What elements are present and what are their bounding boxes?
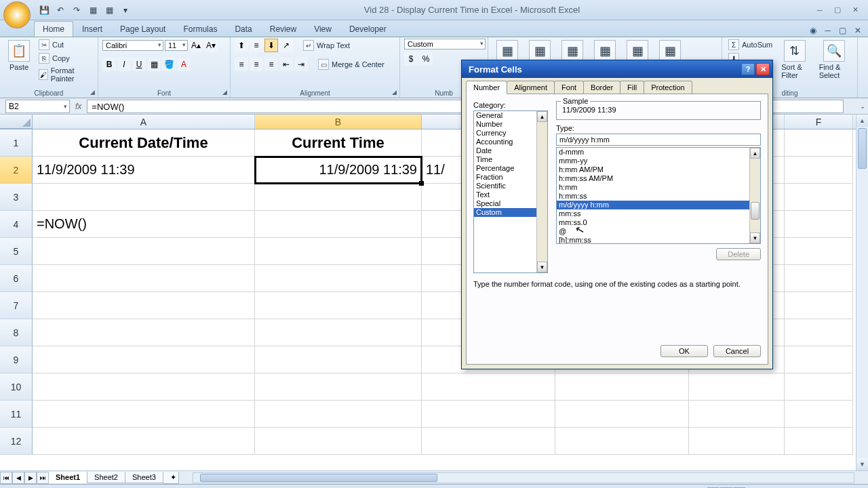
scroll-down-icon[interactable]: ▼ bbox=[537, 262, 547, 272]
new-sheet-button[interactable]: ✦ bbox=[163, 472, 179, 484]
cell-f12[interactable] bbox=[785, 428, 853, 455]
tab-review[interactable]: Review bbox=[261, 21, 305, 37]
cell-c11[interactable] bbox=[422, 401, 555, 428]
ribbon-minimize-icon[interactable]: ─ bbox=[822, 24, 833, 37]
workbook-restore-icon[interactable]: ▢ bbox=[836, 24, 849, 37]
type-item[interactable]: h:mm:ss bbox=[557, 192, 760, 201]
cell-b9[interactable] bbox=[255, 346, 422, 373]
col-header-a[interactable]: A bbox=[33, 115, 255, 129]
cell-b4[interactable] bbox=[255, 211, 422, 238]
cell-f1[interactable] bbox=[785, 129, 853, 157]
autosum-button[interactable]: ΣAutoSum bbox=[726, 39, 774, 51]
undo-icon[interactable]: ↶ bbox=[54, 3, 67, 17]
alignment-launcher[interactable]: ◢ bbox=[390, 88, 398, 96]
align-middle-button[interactable]: ≡ bbox=[250, 39, 263, 52]
cell-e10[interactable] bbox=[689, 373, 785, 401]
align-bottom-button[interactable]: ⬇ bbox=[264, 39, 278, 52]
increase-indent-button[interactable]: ⇥ bbox=[294, 58, 308, 71]
cell-f3[interactable] bbox=[785, 184, 853, 211]
scroll-thumb[interactable] bbox=[858, 128, 867, 169]
fx-label[interactable]: fx bbox=[70, 102, 87, 111]
underline-button[interactable]: U bbox=[132, 58, 146, 71]
paste-button[interactable]: 📋Paste bbox=[4, 39, 34, 73]
tab-formulas[interactable]: Formulas bbox=[174, 21, 226, 37]
row-header[interactable]: 6 bbox=[0, 265, 33, 292]
cell-a9[interactable] bbox=[33, 346, 255, 373]
scroll-thumb[interactable] bbox=[751, 202, 760, 220]
type-item[interactable]: d-mmm bbox=[557, 148, 760, 157]
cell-b6[interactable] bbox=[255, 265, 422, 292]
dlg-tab-alignment[interactable]: Alignment bbox=[507, 81, 555, 94]
cell-a2[interactable]: 11/9/2009 11:39 bbox=[33, 157, 255, 184]
cell-b11[interactable] bbox=[255, 401, 422, 428]
cell-c10[interactable] bbox=[422, 373, 555, 401]
cell-f6[interactable] bbox=[785, 265, 853, 292]
dlg-tab-font[interactable]: Font bbox=[554, 81, 584, 94]
type-item[interactable]: [h]:mm:ss bbox=[557, 236, 760, 244]
type-item[interactable]: mm:ss bbox=[557, 209, 760, 218]
decrease-indent-button[interactable]: ⇤ bbox=[279, 58, 293, 71]
scroll-down-icon[interactable]: ▼ bbox=[856, 458, 868, 470]
cell-a1[interactable]: Current Date/Time bbox=[33, 129, 255, 157]
cut-button[interactable]: ✂Cut bbox=[37, 39, 94, 51]
cell-e12[interactable] bbox=[689, 428, 785, 455]
scroll-up-icon[interactable]: ▲ bbox=[750, 148, 760, 159]
type-item[interactable]: h:mm:ss AM/PM bbox=[557, 174, 760, 183]
copy-button[interactable]: ⎘Copy bbox=[37, 52, 94, 64]
find-select-button[interactable]: 🔍Find & Select bbox=[815, 39, 853, 81]
type-item[interactable]: mm:ss.0 bbox=[557, 218, 760, 227]
cell-f9[interactable] bbox=[785, 346, 853, 373]
cell-d10[interactable] bbox=[555, 373, 689, 401]
sheet-nav-first[interactable]: ⏮ bbox=[0, 472, 12, 484]
select-all-corner[interactable] bbox=[0, 115, 33, 129]
type-item[interactable]: mmm-yy bbox=[557, 157, 760, 165]
dlg-tab-fill[interactable]: Fill bbox=[620, 81, 644, 94]
cell-b1[interactable]: Current Time bbox=[255, 129, 422, 157]
cell-f7[interactable] bbox=[785, 292, 853, 319]
tab-developer[interactable]: Developer bbox=[340, 21, 395, 37]
row-header[interactable]: 8 bbox=[0, 319, 33, 346]
align-left-button[interactable]: ≡ bbox=[235, 58, 248, 71]
row-header[interactable]: 1 bbox=[0, 129, 33, 157]
formula-bar-expand[interactable]: ⌄ bbox=[857, 102, 868, 110]
cell-b3[interactable] bbox=[255, 184, 422, 211]
bold-button[interactable]: B bbox=[102, 58, 116, 71]
type-input[interactable] bbox=[556, 134, 761, 146]
wrap-text-button[interactable]: ↵Wrap Text bbox=[301, 39, 352, 52]
clipboard-launcher[interactable]: ◢ bbox=[88, 88, 96, 96]
cell-a12[interactable] bbox=[33, 428, 255, 455]
vertical-scrollbar[interactable]: ▲ ▼ bbox=[856, 115, 868, 470]
sheet-tab-2[interactable]: Sheet2 bbox=[87, 472, 125, 483]
scroll-up-icon[interactable]: ▲ bbox=[856, 115, 868, 127]
hscroll-thumb[interactable] bbox=[200, 474, 437, 482]
italic-button[interactable]: I bbox=[117, 58, 131, 71]
font-size-combo[interactable]: 11 bbox=[165, 40, 188, 51]
cell-f4[interactable] bbox=[785, 211, 853, 238]
horizontal-scrollbar[interactable] bbox=[193, 472, 854, 483]
merge-center-button[interactable]: ▭Merge & Center bbox=[316, 58, 387, 70]
minimize-button[interactable]: ─ bbox=[812, 4, 828, 16]
qat-more-icon[interactable]: ▾ bbox=[119, 3, 132, 17]
font-color-button[interactable]: A bbox=[177, 58, 191, 71]
sort-filter-button[interactable]: ⇅Sort & Filter bbox=[777, 39, 812, 81]
border-button[interactable]: ▦ bbox=[147, 58, 161, 71]
cell-a11[interactable] bbox=[33, 401, 255, 428]
col-header-f[interactable]: F bbox=[785, 115, 853, 129]
cell-d12[interactable] bbox=[555, 428, 689, 455]
align-right-button[interactable]: ≡ bbox=[264, 58, 278, 71]
scroll-up-icon[interactable]: ▲ bbox=[537, 111, 547, 122]
tab-home[interactable]: Home bbox=[34, 21, 73, 37]
tab-insert[interactable]: Insert bbox=[73, 21, 111, 37]
cell-a10[interactable] bbox=[33, 373, 255, 401]
sheet-nav-prev[interactable]: ◀ bbox=[12, 472, 24, 484]
cell-c12[interactable] bbox=[422, 428, 555, 455]
font-launcher[interactable]: ◢ bbox=[220, 88, 229, 96]
row-header[interactable]: 10 bbox=[0, 373, 33, 401]
cell-d11[interactable] bbox=[555, 401, 689, 428]
type-item[interactable]: h:mm bbox=[557, 183, 760, 192]
cell-b8[interactable] bbox=[255, 319, 422, 346]
font-name-combo[interactable]: Calibri bbox=[102, 40, 163, 51]
cell-f8[interactable] bbox=[785, 319, 853, 346]
maximize-button[interactable]: ▢ bbox=[829, 4, 846, 16]
qat-icon-2[interactable]: ▦ bbox=[102, 3, 116, 17]
